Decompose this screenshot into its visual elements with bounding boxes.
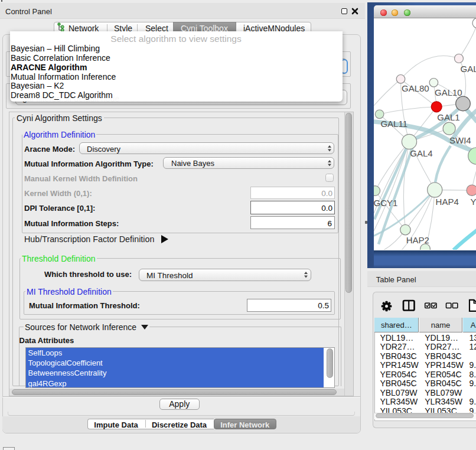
svg-text:HAP2: HAP2 [406,235,429,245]
svg-text:SWI4: SWI4 [449,135,471,145]
svg-text:GAL2: GAL2 [461,64,476,74]
svg-text:GAL80: GAL80 [402,83,429,93]
svg-text:GAL4: GAL4 [410,148,433,158]
svg-text:GAL11: GAL11 [381,119,408,129]
svg-text:HAP4: HAP4 [436,197,459,207]
svg-text:Y: Y [471,197,476,207]
svg-text:GCY1: GCY1 [374,198,397,208]
svg-text:GAL1: GAL1 [438,112,460,122]
svg-text:GAL10: GAL10 [435,87,462,97]
